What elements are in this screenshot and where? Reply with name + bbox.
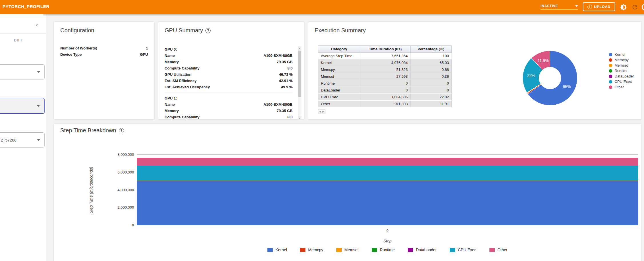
summary-label: Name	[165, 101, 175, 108]
value-cell: 4,976,034	[360, 59, 411, 66]
chevron-down-icon	[37, 71, 40, 73]
scroll-down-icon[interactable]: ▼	[298, 116, 301, 120]
value-cell: 0.36	[411, 73, 452, 80]
category-cell: Memcpy	[318, 66, 360, 73]
summary-row: Compute Capability8.0	[165, 114, 293, 119]
summary-label: Device Type	[60, 51, 82, 58]
category-cell: Memset	[318, 73, 360, 80]
summary-value: A100-SXM-80GB	[263, 53, 293, 59]
pager-prev-icon[interactable]: ◀	[319, 110, 321, 113]
legend-item: Other	[489, 248, 507, 252]
legend-dot-icon	[609, 75, 612, 78]
summary-label: Number of Worker(s)	[60, 45, 97, 51]
gpu-summary-title: GPU Summary ?	[165, 27, 211, 34]
y-tick-label: 2,000,000	[88, 205, 134, 210]
summary-label: Name	[165, 53, 175, 59]
gridline	[137, 154, 638, 155]
y-tick-label: 0	[88, 223, 134, 227]
legend-item: Memcpy	[609, 57, 634, 63]
upload-button[interactable]: i UPLOAD	[583, 2, 615, 11]
summary-row: Memory79.35 GB	[165, 59, 293, 65]
help-header-icon[interactable]	[641, 3, 644, 12]
status-dropdown[interactable]: INACTIVE	[541, 3, 578, 10]
table-row: Memcpy51,8230.68	[318, 66, 452, 73]
gpu-summary-card: GPU Summary ? GPU 0:NameA100-SXM-80GBMem…	[158, 21, 304, 119]
table-row: DataLoader00	[318, 87, 452, 94]
value-cell: 0	[360, 87, 411, 94]
bar-chart-legend: KernelMemcpyMemsetRuntimeDataLoaderCPU E…	[137, 248, 638, 252]
gpu-summary-scrollbar[interactable]: ▲ ▼	[298, 46, 301, 120]
category-cell: CPU Exec	[318, 94, 360, 101]
summary-label: GPU Utilization	[165, 71, 191, 78]
stacked-bar-plot	[137, 155, 638, 225]
summary-row: Compute Capability8.0	[165, 65, 293, 71]
pager-next-icon[interactable]: ▶	[322, 110, 324, 113]
summary-row: NameA100-SXM-80GB	[165, 101, 293, 108]
legend-label: DataLoader	[416, 248, 437, 252]
summary-value: 46.73 %	[279, 71, 293, 78]
category-cell: Runtime	[318, 80, 360, 87]
value-cell: 100	[411, 53, 452, 59]
value-cell: 11.91	[411, 101, 452, 107]
pytorch-profiler-page: { "header": { "app_title": "PYTORCH_PROF…	[0, 0, 644, 261]
legend-label: Other	[497, 248, 507, 252]
execution-summary-table: CategoryTime Duration (us)Percentage (%)…	[318, 45, 452, 107]
legend-swatch-icon	[336, 248, 342, 252]
summary-value: 79.35 GB	[277, 59, 293, 65]
help-icon[interactable]: ?	[205, 28, 211, 33]
legend-dot-icon	[609, 64, 612, 67]
legend-dot-icon	[609, 58, 612, 62]
chevron-down-icon	[37, 139, 40, 141]
help-icon[interactable]: ?	[119, 128, 124, 133]
scroll-up-icon[interactable]: ▲	[298, 47, 301, 50]
legend-dot-icon	[609, 85, 612, 89]
legend-item: Runtime	[372, 248, 395, 252]
category-cell: Other	[318, 101, 360, 107]
header-shadow	[0, 14, 644, 16]
tab-diff[interactable]: DIFF	[9, 38, 29, 42]
sidebar: ‹ DIFF 2_57208	[0, 14, 46, 261]
legend-item: DataLoader	[609, 73, 634, 79]
value-cell: 51,823	[360, 66, 411, 73]
tab-pytorch-profiler[interactable]: PYTORCH_PROFILER	[3, 4, 49, 9]
summary-label: Compute Capability	[165, 65, 199, 71]
legend-item: Memset	[609, 63, 634, 68]
legend-item: CPU Exec	[450, 248, 476, 252]
legend-dot-icon	[609, 69, 612, 73]
summary-label: Est. Achieved Occupancy	[165, 84, 210, 90]
y-tick-label: 4,000,000	[88, 188, 134, 192]
app-header: PYTORCH_PROFILER INACTIVE i UPLOAD	[0, 0, 644, 14]
value-cell: 0	[411, 87, 452, 94]
legend-swatch-icon	[267, 248, 273, 252]
summary-label: Memory	[165, 59, 179, 65]
legend-item: DataLoader	[408, 248, 437, 252]
scrollbar-thumb[interactable]	[298, 51, 301, 97]
chevron-down-icon	[37, 105, 40, 107]
bar-segment-memcpy	[137, 181, 638, 182]
refresh-icon[interactable]	[630, 3, 639, 12]
sidebar-select-worker[interactable]: 2_57208	[0, 132, 45, 148]
pie-slice-label: 65%	[563, 84, 571, 89]
brightness-toggle-icon[interactable]	[619, 3, 628, 12]
value-cell: 0	[360, 80, 411, 87]
summary-value: GPU	[140, 51, 148, 58]
legend-label: Kernel	[275, 248, 287, 252]
step-time-breakdown-card: Step Time Breakdown ? Step Time (microse…	[54, 123, 642, 261]
help-ring-icon	[642, 4, 644, 11]
section-divider	[165, 93, 293, 93]
collapse-sidebar-icon[interactable]: ‹	[36, 22, 38, 27]
upload-label: UPLOAD	[594, 5, 611, 9]
summary-row: Memory79.35 GB	[165, 108, 293, 114]
summary-row: Number of Worker(s)1	[60, 45, 148, 51]
column-header: Percentage (%)	[411, 46, 452, 53]
table-row: CPU Exec1,684,60622.02	[318, 94, 452, 101]
sidebar-select-2-focused[interactable]	[0, 98, 45, 114]
configuration-card: Configuration Number of Worker(s)1Device…	[54, 21, 155, 119]
x-axis-tick: 0	[137, 228, 638, 233]
legend-item: CPU Exec	[609, 79, 634, 84]
summary-value: 8.0	[287, 65, 293, 71]
sidebar-select-1[interactable]	[0, 64, 45, 79]
pie-slice-label: 11.9%	[538, 58, 549, 63]
table-row: Other911,30811.91	[318, 101, 452, 107]
configuration-rows: Number of Worker(s)1Device TypeGPU	[60, 45, 148, 58]
